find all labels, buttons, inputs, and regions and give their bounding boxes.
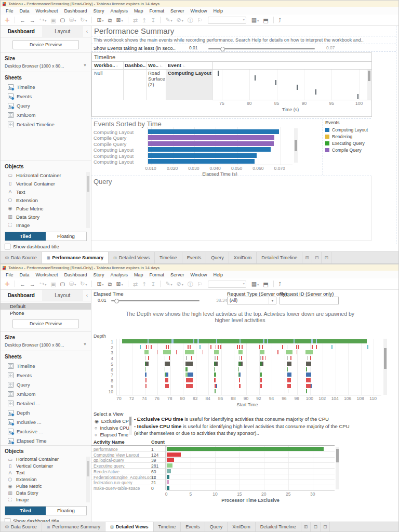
activity-bar-plot[interactable] <box>166 446 335 490</box>
pause-updates-icon[interactable]: ⛁▾ <box>67 15 78 26</box>
tab-layout[interactable]: Layout <box>42 26 84 37</box>
sort-asc-icon[interactable]: ↥ <box>140 15 149 25</box>
sort-asc-icon[interactable]: ↥ <box>140 279 149 289</box>
new-dashboard-button[interactable]: ⊟ <box>311 522 321 531</box>
object-item-extension[interactable]: ⬡Extension <box>1 476 91 483</box>
link-icon[interactable]: ⊘▾ <box>175 278 185 290</box>
new-worksheet-icon[interactable]: ⊞▾ <box>95 15 105 26</box>
sheet-item-exclusive[interactable]: Exclusive ... <box>1 427 91 436</box>
object-item-extension[interactable]: ⬡Extension <box>1 196 91 204</box>
sheet-item-timeline[interactable]: Timeline <box>1 361 91 370</box>
tab-detailed-timeline[interactable]: Detailed Timeline <box>257 252 302 263</box>
column-header-wo[interactable]: Wo..∟ <box>148 62 163 68</box>
events-scrollbar[interactable] <box>294 128 298 163</box>
menu-story[interactable]: Story <box>90 8 107 14</box>
tab-xmldom[interactable]: XmlDom <box>229 252 257 263</box>
sheet-item-events[interactable]: Events <box>1 370 91 380</box>
request-type-dropdown[interactable]: (All) ▼ <box>227 297 276 304</box>
tab-dashboard[interactable]: Dashboard <box>1 290 42 301</box>
object-item-vertical-container[interactable]: ▯Vertical Container <box>1 179 91 188</box>
pause-updates-icon[interactable]: ⛁▾ <box>67 278 78 290</box>
size-dropdown[interactable]: Desktop Browser (1000 x 80...▼ <box>1 63 91 72</box>
floating-button[interactable]: Floating <box>46 232 86 241</box>
object-item-pulse-metric[interactable]: ◉Pulse Metric <box>1 483 91 489</box>
new-story-button[interactable]: ⊡ <box>321 522 330 531</box>
back-icon[interactable]: ← <box>18 279 28 289</box>
forward-icon[interactable]: → <box>28 279 37 289</box>
view-scrollbar[interactable] <box>129 416 132 435</box>
tableau-logo-icon[interactable]: ✛ <box>3 279 12 289</box>
menu-worksheet[interactable]: Worksheet <box>33 8 61 14</box>
menu-data[interactable]: Data <box>17 8 33 14</box>
workbook-cell[interactable]: Null <box>94 70 102 76</box>
tab-query[interactable]: Query <box>206 252 229 263</box>
sort-desc-icon[interactable]: ↧ <box>149 279 157 289</box>
refresh-icon[interactable]: ↻▾ <box>78 278 89 290</box>
menu-server[interactable]: Server <box>167 8 188 14</box>
tab-events[interactable]: Events <box>181 522 205 531</box>
menu-file[interactable]: File <box>3 272 17 277</box>
menu-analysis[interactable]: Analysis <box>107 8 131 14</box>
add-datasource-icon[interactable]: ⛁ <box>58 15 67 25</box>
legend-entry-compile-query[interactable]: Compile Query <box>325 147 373 153</box>
sheet-item-detailed-timeline[interactable]: Detailed Timeline <box>1 119 91 129</box>
activity-scrollbar[interactable] <box>336 447 339 489</box>
tab-timeline[interactable]: Timeline <box>155 252 182 263</box>
new-worksheet-icon[interactable]: ⊞▾ <box>95 278 105 290</box>
column-header-dashbo[interactable]: Dashbo.. <box>125 62 145 68</box>
menu-map[interactable]: Map <box>131 272 147 277</box>
floating-button[interactable]: Floating <box>46 507 86 515</box>
presentation-icon[interactable]: ⬒ <box>261 15 270 25</box>
device-preview-button[interactable]: Device Preview <box>12 40 79 49</box>
tiled-button[interactable]: Tiled <box>5 232 46 241</box>
redo-icon[interactable]: ↪▾ <box>37 15 48 26</box>
fit-selector[interactable] <box>208 17 246 24</box>
size-dropdown[interactable]: Desktop Browser (1000 x 80...▼ <box>1 342 91 351</box>
pin-icon[interactable]: ⚐ <box>195 15 205 25</box>
save-icon[interactable]: ▣ <box>48 279 58 289</box>
sheet-item-inclusive[interactable]: Inclusive ... <box>1 417 91 427</box>
events-bar-plot[interactable] <box>148 127 293 165</box>
depth-gantt-plot[interactable] <box>116 339 382 395</box>
tab-detailed-views[interactable]: ⊞Detailed Views <box>105 522 154 531</box>
slider-handle[interactable] <box>220 47 225 51</box>
object-item-vertical-container[interactable]: ▯Vertical Container <box>1 462 91 469</box>
link-icon[interactable]: ⊘▾ <box>175 15 185 26</box>
object-item-text[interactable]: AText <box>1 469 91 476</box>
presentation-icon[interactable]: ⬒ <box>261 279 270 289</box>
swap-icon[interactable]: ⇄ <box>131 15 140 25</box>
slider-handle[interactable] <box>114 299 119 303</box>
legend-entry-computing-layout[interactable]: Computing Layout <box>325 126 373 133</box>
menu-dashboard[interactable]: Dashboard <box>61 272 90 277</box>
menu-dashboard[interactable]: Dashboard <box>61 8 90 14</box>
tab-layout[interactable]: Layout <box>42 290 84 301</box>
refresh-icon[interactable]: ↻▾ <box>78 15 89 26</box>
clear-sheet-icon[interactable]: ⊠▾ <box>114 15 125 26</box>
device-option-default[interactable]: Default <box>1 303 91 310</box>
menu-story[interactable]: Story <box>90 272 107 277</box>
menu-format[interactable]: Format <box>146 8 167 14</box>
forward-icon[interactable]: → <box>28 15 37 25</box>
object-item-horizontal-container[interactable]: ▭Horizontal Container <box>1 171 91 179</box>
object-item-pulse-metric[interactable]: ◉Pulse Metric <box>1 204 91 212</box>
menu-file[interactable]: File <box>3 8 17 14</box>
object-item-data-story[interactable]: ▥Data Story <box>1 212 91 221</box>
legend-entry-executing-query[interactable]: Executing Query <box>325 140 373 147</box>
tiled-button[interactable]: Tiled <box>5 507 46 515</box>
timeline-gantt-plot[interactable] <box>212 70 368 100</box>
duplicate-icon[interactable]: ⧉ <box>106 15 114 25</box>
device-preview-button[interactable]: Device Preview <box>12 319 79 328</box>
highlight-icon[interactable]: ✎▾ <box>163 278 174 290</box>
text-label-icon[interactable]: Ⓣ <box>185 279 195 289</box>
events-filter-slider[interactable] <box>208 48 315 49</box>
collapse-pane-icon[interactable]: ‹ <box>83 26 91 37</box>
show-cards-icon[interactable]: ▦▾ <box>249 278 261 290</box>
depth-scrollbar[interactable] <box>383 339 387 395</box>
radio-exclusive-cpu[interactable]: ◉Exclusive CPU <box>95 418 132 424</box>
sheet-item-xmldom[interactable]: XmlDom <box>1 110 91 119</box>
save-icon[interactable]: ▣ <box>48 15 58 25</box>
sheet-item-query[interactable]: Query <box>1 101 91 110</box>
new-story-button[interactable]: ⊡ <box>322 252 331 263</box>
object-item-image[interactable]: ⛶Image <box>1 496 91 503</box>
menu-map[interactable]: Map <box>131 8 147 14</box>
